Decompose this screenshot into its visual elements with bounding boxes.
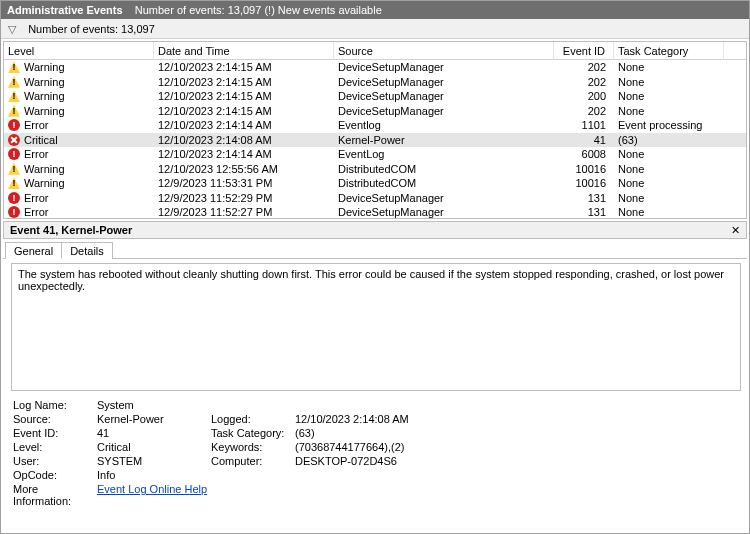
table-row[interactable]: Warning12/10/2023 12:55:56 AMDistributed… — [4, 162, 746, 177]
val-source: Kernel-Power — [97, 413, 207, 425]
cell-source: Eventlog — [334, 118, 554, 133]
cell-source: EventLog — [334, 147, 554, 162]
moreinfo-link[interactable]: Event Log Online Help — [97, 483, 207, 495]
col-source[interactable]: Source — [334, 42, 554, 60]
cell-source: DeviceSetupManager — [334, 89, 554, 104]
crit-icon — [8, 134, 20, 146]
table-row[interactable]: Warning12/10/2023 2:14:15 AMDeviceSetupM… — [4, 60, 746, 75]
filter-icon[interactable]: ▽ — [5, 19, 19, 39]
table-row[interactable]: Error12/9/2023 11:52:29 PMDeviceSetupMan… — [4, 191, 746, 206]
cell-datetime: 12/10/2023 2:14:15 AM — [154, 89, 334, 104]
lbl-source: Source: — [13, 413, 93, 425]
err-icon — [8, 148, 20, 160]
col-taskcat[interactable]: Task Category — [614, 42, 724, 60]
cell-eventid: 10016 — [554, 176, 614, 191]
cell-eventid: 131 — [554, 205, 614, 219]
cell-level: Error — [24, 205, 48, 219]
err-icon — [8, 119, 20, 131]
cell-level: Warning — [24, 75, 65, 90]
cell-level: Warning — [24, 162, 65, 177]
cell-source: Kernel-Power — [334, 133, 554, 148]
col-level[interactable]: Level — [4, 42, 154, 60]
titlebar: Administrative Events Number of events: … — [1, 1, 749, 19]
cell-eventid: 200 — [554, 89, 614, 104]
val-taskcat: (63) — [295, 427, 495, 439]
cell-datetime: 12/10/2023 2:14:08 AM — [154, 133, 334, 148]
lbl-moreinfo: More Information: — [13, 483, 93, 507]
cell-taskcat: None — [614, 60, 724, 75]
cell-taskcat: None — [614, 176, 724, 191]
col-eventid[interactable]: Event ID — [554, 42, 614, 60]
warn-icon — [8, 163, 20, 175]
cell-eventid: 202 — [554, 60, 614, 75]
column-headers[interactable]: Level Date and Time Source Event ID Task… — [4, 42, 746, 60]
cell-level: Warning — [24, 176, 65, 191]
tab-details[interactable]: Details — [61, 242, 113, 259]
cell-datetime: 12/9/2023 11:52:29 PM — [154, 191, 334, 206]
cell-datetime: 12/10/2023 2:14:15 AM — [154, 60, 334, 75]
lbl-keywords: Keywords: — [211, 441, 291, 453]
cell-taskcat: None — [614, 162, 724, 177]
cell-datetime: 12/9/2023 11:52:27 PM — [154, 205, 334, 219]
table-row[interactable]: Error12/10/2023 2:14:14 AMEventlog1101Ev… — [4, 118, 746, 133]
lbl-opcode: OpCode: — [13, 469, 93, 481]
cell-datetime: 12/9/2023 11:53:31 PM — [154, 176, 334, 191]
event-list-body[interactable]: Warning12/10/2023 2:14:15 AMDeviceSetupM… — [4, 60, 746, 219]
lbl-logged: Logged: — [211, 413, 291, 425]
details-title: Event 41, Kernel-Power — [10, 221, 132, 239]
cell-taskcat: None — [614, 104, 724, 119]
table-row[interactable]: Error12/10/2023 2:14:14 AMEventLog6008No… — [4, 147, 746, 162]
cell-taskcat: Event processing — [614, 118, 724, 133]
cell-eventid: 6008 — [554, 147, 614, 162]
event-list: Level Date and Time Source Event ID Task… — [3, 41, 747, 219]
cell-source: DeviceSetupManager — [334, 104, 554, 119]
cell-taskcat: None — [614, 191, 724, 206]
cell-taskcat: None — [614, 75, 724, 90]
cell-eventid: 10016 — [554, 162, 614, 177]
val-opcode: Info — [97, 469, 207, 481]
warn-icon — [8, 105, 20, 117]
val-computer: DESKTOP-072D4S6 — [295, 455, 495, 467]
cell-source: DeviceSetupManager — [334, 75, 554, 90]
val-eventid: 41 — [97, 427, 207, 439]
cell-level: Critical — [24, 133, 58, 148]
warn-icon — [8, 90, 20, 102]
cell-level: Error — [24, 147, 48, 162]
table-row[interactable]: Critical12/10/2023 2:14:08 AMKernel-Powe… — [4, 133, 746, 148]
cell-taskcat: (63) — [614, 133, 724, 148]
lbl-logname: Log Name: — [13, 399, 93, 411]
cell-level: Error — [24, 118, 48, 133]
cell-eventid: 131 — [554, 191, 614, 206]
close-icon[interactable]: ✕ — [731, 221, 740, 239]
cell-datetime: 12/10/2023 2:14:14 AM — [154, 118, 334, 133]
table-row[interactable]: Warning12/10/2023 2:14:15 AMDeviceSetupM… — [4, 89, 746, 104]
val-logged: 12/10/2023 2:14:08 AM — [295, 413, 495, 425]
lbl-taskcat: Task Category: — [211, 427, 291, 439]
cell-datetime: 12/10/2023 2:14:15 AM — [154, 75, 334, 90]
val-level: Critical — [97, 441, 207, 453]
titlebar-title: Administrative Events — [7, 4, 123, 16]
table-row[interactable]: Error12/9/2023 11:52:27 PMDeviceSetupMan… — [4, 205, 746, 219]
warn-icon — [8, 76, 20, 88]
details-header: Event 41, Kernel-Power ✕ — [3, 221, 747, 239]
cell-level: Error — [24, 191, 48, 206]
table-row[interactable]: Warning12/10/2023 2:14:15 AMDeviceSetupM… — [4, 104, 746, 119]
warn-icon — [8, 177, 20, 189]
cell-taskcat: None — [614, 147, 724, 162]
col-datetime[interactable]: Date and Time — [154, 42, 334, 60]
val-keywords: (70368744177664),(2) — [295, 441, 495, 453]
val-logname: System — [97, 399, 207, 411]
event-message[interactable]: The system has rebooted without cleanly … — [11, 263, 741, 391]
cell-source: DeviceSetupManager — [334, 205, 554, 219]
table-row[interactable]: Warning12/10/2023 2:14:15 AMDeviceSetupM… — [4, 75, 746, 90]
titlebar-count: Number of events: 13,097 (!) New events … — [135, 4, 382, 16]
cell-eventid: 1101 — [554, 118, 614, 133]
lbl-level: Level: — [13, 441, 93, 453]
cell-datetime: 12/10/2023 12:55:56 AM — [154, 162, 334, 177]
lbl-eventid: Event ID: — [13, 427, 93, 439]
tab-general[interactable]: General — [5, 242, 62, 259]
table-row[interactable]: Warning12/9/2023 11:53:31 PMDistributedC… — [4, 176, 746, 191]
cell-taskcat: None — [614, 205, 724, 219]
val-user: SYSTEM — [97, 455, 207, 467]
cell-level: Warning — [24, 104, 65, 119]
